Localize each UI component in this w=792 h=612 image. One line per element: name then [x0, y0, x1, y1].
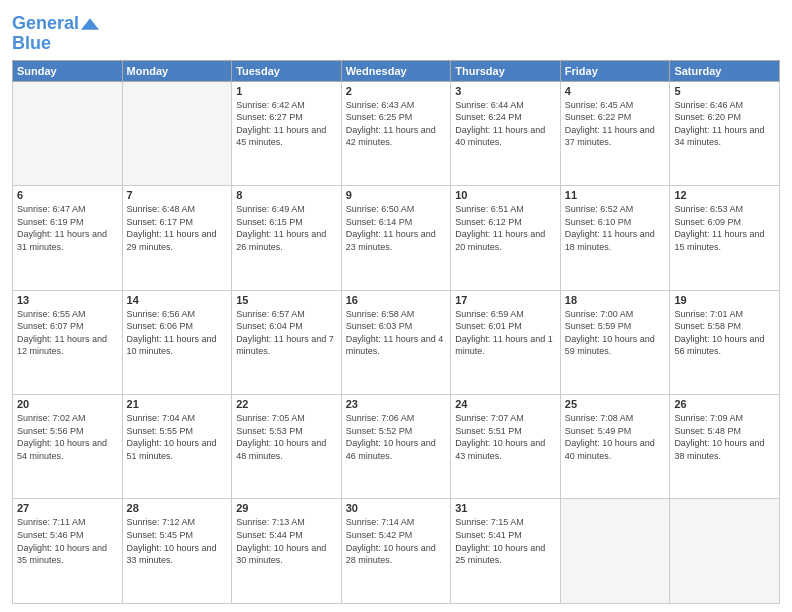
day-number: 6 [17, 189, 118, 201]
day-number: 18 [565, 294, 666, 306]
day-number: 10 [455, 189, 556, 201]
week-row-1: 1Sunrise: 6:42 AM Sunset: 6:27 PM Daylig… [13, 81, 780, 185]
day-number: 30 [346, 502, 447, 514]
logo: General Blue [12, 10, 99, 54]
day-number: 25 [565, 398, 666, 410]
calendar-cell [13, 81, 123, 185]
weekday-header-friday: Friday [560, 60, 670, 81]
calendar-cell: 25Sunrise: 7:08 AM Sunset: 5:49 PM Dayli… [560, 395, 670, 499]
calendar-cell: 11Sunrise: 6:52 AM Sunset: 6:10 PM Dayli… [560, 186, 670, 290]
day-info: Sunrise: 6:46 AM Sunset: 6:20 PM Dayligh… [674, 99, 775, 149]
day-number: 12 [674, 189, 775, 201]
day-info: Sunrise: 7:13 AM Sunset: 5:44 PM Dayligh… [236, 516, 337, 566]
day-number: 7 [127, 189, 228, 201]
calendar-cell [560, 499, 670, 604]
calendar-cell: 9Sunrise: 6:50 AM Sunset: 6:14 PM Daylig… [341, 186, 451, 290]
day-number: 31 [455, 502, 556, 514]
logo-text: General [12, 14, 79, 34]
day-number: 14 [127, 294, 228, 306]
calendar-cell: 31Sunrise: 7:15 AM Sunset: 5:41 PM Dayli… [451, 499, 561, 604]
week-row-2: 6Sunrise: 6:47 AM Sunset: 6:19 PM Daylig… [13, 186, 780, 290]
day-info: Sunrise: 7:06 AM Sunset: 5:52 PM Dayligh… [346, 412, 447, 462]
day-number: 11 [565, 189, 666, 201]
calendar-cell: 15Sunrise: 6:57 AM Sunset: 6:04 PM Dayli… [232, 290, 342, 394]
day-number: 17 [455, 294, 556, 306]
day-info: Sunrise: 6:43 AM Sunset: 6:25 PM Dayligh… [346, 99, 447, 149]
day-info: Sunrise: 6:51 AM Sunset: 6:12 PM Dayligh… [455, 203, 556, 253]
page: General Blue SundayMondayTuesdayWednesda… [0, 0, 792, 612]
day-info: Sunrise: 7:08 AM Sunset: 5:49 PM Dayligh… [565, 412, 666, 462]
weekday-header-sunday: Sunday [13, 60, 123, 81]
header: General Blue [12, 10, 780, 54]
weekday-header-row: SundayMondayTuesdayWednesdayThursdayFrid… [13, 60, 780, 81]
calendar-cell: 12Sunrise: 6:53 AM Sunset: 6:09 PM Dayli… [670, 186, 780, 290]
weekday-header-thursday: Thursday [451, 60, 561, 81]
calendar-cell: 24Sunrise: 7:07 AM Sunset: 5:51 PM Dayli… [451, 395, 561, 499]
day-info: Sunrise: 7:04 AM Sunset: 5:55 PM Dayligh… [127, 412, 228, 462]
calendar-cell [122, 81, 232, 185]
day-info: Sunrise: 7:00 AM Sunset: 5:59 PM Dayligh… [565, 308, 666, 358]
day-info: Sunrise: 7:02 AM Sunset: 5:56 PM Dayligh… [17, 412, 118, 462]
calendar-cell: 20Sunrise: 7:02 AM Sunset: 5:56 PM Dayli… [13, 395, 123, 499]
day-info: Sunrise: 6:58 AM Sunset: 6:03 PM Dayligh… [346, 308, 447, 358]
day-info: Sunrise: 7:05 AM Sunset: 5:53 PM Dayligh… [236, 412, 337, 462]
day-info: Sunrise: 6:56 AM Sunset: 6:06 PM Dayligh… [127, 308, 228, 358]
calendar-cell: 3Sunrise: 6:44 AM Sunset: 6:24 PM Daylig… [451, 81, 561, 185]
calendar-cell: 21Sunrise: 7:04 AM Sunset: 5:55 PM Dayli… [122, 395, 232, 499]
day-info: Sunrise: 7:01 AM Sunset: 5:58 PM Dayligh… [674, 308, 775, 358]
day-info: Sunrise: 6:55 AM Sunset: 6:07 PM Dayligh… [17, 308, 118, 358]
weekday-header-wednesday: Wednesday [341, 60, 451, 81]
calendar-cell: 22Sunrise: 7:05 AM Sunset: 5:53 PM Dayli… [232, 395, 342, 499]
calendar-cell: 2Sunrise: 6:43 AM Sunset: 6:25 PM Daylig… [341, 81, 451, 185]
svg-marker-0 [81, 18, 99, 30]
day-number: 16 [346, 294, 447, 306]
calendar-cell: 17Sunrise: 6:59 AM Sunset: 6:01 PM Dayli… [451, 290, 561, 394]
day-info: Sunrise: 6:53 AM Sunset: 6:09 PM Dayligh… [674, 203, 775, 253]
calendar-cell: 1Sunrise: 6:42 AM Sunset: 6:27 PM Daylig… [232, 81, 342, 185]
calendar-cell: 10Sunrise: 6:51 AM Sunset: 6:12 PM Dayli… [451, 186, 561, 290]
day-info: Sunrise: 6:57 AM Sunset: 6:04 PM Dayligh… [236, 308, 337, 358]
day-number: 22 [236, 398, 337, 410]
weekday-header-monday: Monday [122, 60, 232, 81]
week-row-5: 27Sunrise: 7:11 AM Sunset: 5:46 PM Dayli… [13, 499, 780, 604]
day-info: Sunrise: 6:52 AM Sunset: 6:10 PM Dayligh… [565, 203, 666, 253]
calendar-cell: 6Sunrise: 6:47 AM Sunset: 6:19 PM Daylig… [13, 186, 123, 290]
weekday-header-tuesday: Tuesday [232, 60, 342, 81]
day-info: Sunrise: 7:09 AM Sunset: 5:48 PM Dayligh… [674, 412, 775, 462]
day-info: Sunrise: 7:12 AM Sunset: 5:45 PM Dayligh… [127, 516, 228, 566]
calendar-cell: 16Sunrise: 6:58 AM Sunset: 6:03 PM Dayli… [341, 290, 451, 394]
calendar-cell [670, 499, 780, 604]
day-info: Sunrise: 7:07 AM Sunset: 5:51 PM Dayligh… [455, 412, 556, 462]
day-number: 13 [17, 294, 118, 306]
day-number: 19 [674, 294, 775, 306]
day-number: 8 [236, 189, 337, 201]
calendar-cell: 23Sunrise: 7:06 AM Sunset: 5:52 PM Dayli… [341, 395, 451, 499]
calendar-cell: 28Sunrise: 7:12 AM Sunset: 5:45 PM Dayli… [122, 499, 232, 604]
day-number: 3 [455, 85, 556, 97]
calendar-cell: 4Sunrise: 6:45 AM Sunset: 6:22 PM Daylig… [560, 81, 670, 185]
day-number: 9 [346, 189, 447, 201]
calendar-cell: 8Sunrise: 6:49 AM Sunset: 6:15 PM Daylig… [232, 186, 342, 290]
calendar-cell: 26Sunrise: 7:09 AM Sunset: 5:48 PM Dayli… [670, 395, 780, 499]
day-number: 29 [236, 502, 337, 514]
day-number: 21 [127, 398, 228, 410]
day-info: Sunrise: 7:11 AM Sunset: 5:46 PM Dayligh… [17, 516, 118, 566]
day-info: Sunrise: 6:44 AM Sunset: 6:24 PM Dayligh… [455, 99, 556, 149]
calendar-cell: 27Sunrise: 7:11 AM Sunset: 5:46 PM Dayli… [13, 499, 123, 604]
day-number: 5 [674, 85, 775, 97]
week-row-3: 13Sunrise: 6:55 AM Sunset: 6:07 PM Dayli… [13, 290, 780, 394]
day-number: 23 [346, 398, 447, 410]
calendar-cell: 7Sunrise: 6:48 AM Sunset: 6:17 PM Daylig… [122, 186, 232, 290]
calendar-cell: 29Sunrise: 7:13 AM Sunset: 5:44 PM Dayli… [232, 499, 342, 604]
logo-text-blue: Blue [12, 33, 51, 53]
day-number: 20 [17, 398, 118, 410]
logo-icon [81, 18, 99, 30]
day-number: 26 [674, 398, 775, 410]
calendar-cell: 5Sunrise: 6:46 AM Sunset: 6:20 PM Daylig… [670, 81, 780, 185]
day-number: 4 [565, 85, 666, 97]
calendar-cell: 13Sunrise: 6:55 AM Sunset: 6:07 PM Dayli… [13, 290, 123, 394]
day-info: Sunrise: 7:15 AM Sunset: 5:41 PM Dayligh… [455, 516, 556, 566]
day-number: 27 [17, 502, 118, 514]
calendar-cell: 14Sunrise: 6:56 AM Sunset: 6:06 PM Dayli… [122, 290, 232, 394]
day-info: Sunrise: 6:48 AM Sunset: 6:17 PM Dayligh… [127, 203, 228, 253]
